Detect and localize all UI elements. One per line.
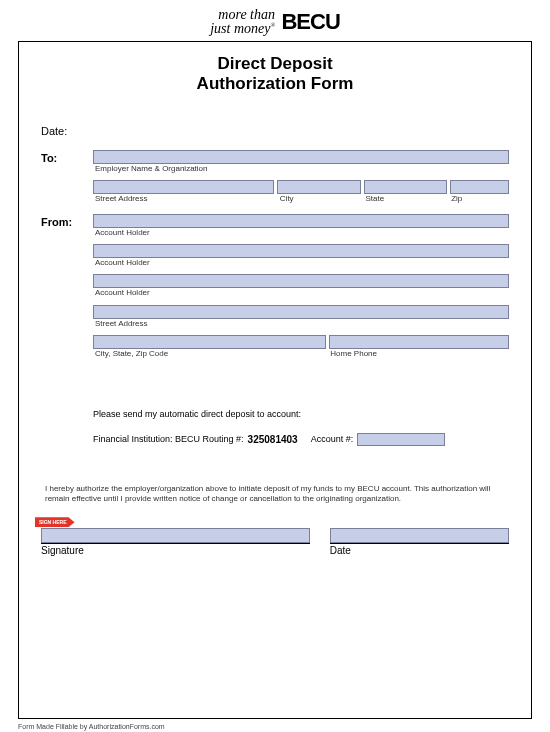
account-holder-2-sublabel: Account Holder [93,258,509,268]
account-number-input[interactable] [357,433,445,446]
to-zip-sublabel: Zip [451,194,509,204]
from-label: From: [41,214,93,228]
header-tagline-wrap: more than just money® BECU [0,0,550,41]
sign-here-tag: SIGN HERE [35,517,75,527]
becu-logo: BECU [281,9,339,35]
title-line2: Authorization Form [41,74,509,94]
signature-input[interactable] [41,528,310,543]
to-label: To: [41,150,93,164]
signature-label: Signature [41,543,310,556]
from-street-input[interactable] [93,305,509,319]
account-holder-1-sublabel: Account Holder [93,228,509,238]
title-line1: Direct Deposit [41,54,509,74]
sig-date-input[interactable] [330,528,509,543]
from-row: From: Account Holder Account Holder Acco… [41,214,509,366]
from-phone-sublabel: Home Phone [330,349,509,359]
to-row: To: Employer Name & Organization Street … [41,150,509,211]
employer-input[interactable] [93,150,509,164]
signature-row: Signature Date [41,528,509,556]
account-holder-1-input[interactable] [93,214,509,228]
date-row: Date: [41,123,509,137]
sig-date-label: Date [330,543,509,556]
account-holder-3-input[interactable] [93,274,509,288]
tagline-line2: just money [210,21,270,36]
tagline: more than just money® [210,8,275,36]
account-label: Account #: [311,434,354,444]
to-street-sublabel: Street Address [95,194,277,204]
date-label: Date: [41,123,93,137]
routing-number: 325081403 [248,434,298,445]
to-state-input[interactable] [364,180,447,194]
to-state-sublabel: State [366,194,449,204]
employer-sublabel: Employer Name & Organization [93,164,509,174]
form-container: Direct Deposit Authorization Form Date: … [18,41,532,719]
sign-here-tag-wrap: SIGN HERE [41,510,509,528]
to-zip-input[interactable] [450,180,509,194]
from-csz-sublabel: City, State, Zip Code [95,349,327,359]
authorization-text: I hereby authorize the employer/organiza… [45,484,505,505]
to-city-input[interactable] [277,180,360,194]
from-csz-input[interactable] [93,335,326,349]
account-holder-2-input[interactable] [93,244,509,258]
to-city-sublabel: City [280,194,363,204]
tagline-line1: more than [218,7,275,22]
instruction-text: Please send my automatic direct deposit … [93,409,509,419]
form-title: Direct Deposit Authorization Form [41,54,509,95]
from-phone-input[interactable] [329,335,509,349]
financial-line: Financial Institution: BECU Routing #: 3… [93,433,509,446]
account-holder-3-sublabel: Account Holder [93,288,509,298]
footer-note: Form Made Fillable by AuthorizationForms… [18,723,550,730]
from-street-sublabel: Street Address [93,319,509,329]
to-street-input[interactable] [93,180,274,194]
fin-prefix: Financial Institution: BECU Routing #: [93,434,244,444]
